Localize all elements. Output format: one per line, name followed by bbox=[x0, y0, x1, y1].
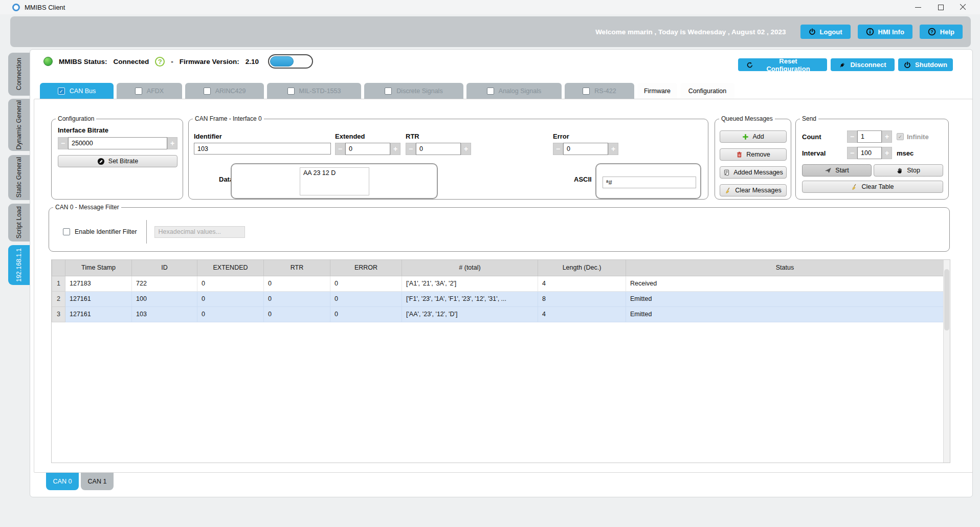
help-label: Help bbox=[940, 28, 954, 36]
tab-analog-signals[interactable]: Analog Signals bbox=[466, 83, 562, 99]
error-input[interactable] bbox=[563, 143, 608, 155]
error-increment-button[interactable]: + bbox=[608, 143, 618, 155]
tab-firmware[interactable]: Firmware bbox=[637, 83, 677, 99]
tab-configuration[interactable]: Configuration bbox=[680, 83, 734, 99]
table-row[interactable]: 2 127161 100 0 0 0 ['F1', '23', '1A', 'F… bbox=[52, 291, 944, 306]
extended-input[interactable] bbox=[345, 143, 390, 155]
power-icon bbox=[809, 28, 816, 35]
count-stepper: − + bbox=[847, 130, 892, 143]
col-status[interactable]: Status bbox=[626, 260, 944, 276]
extended-increment-button[interactable]: + bbox=[390, 143, 400, 155]
col-error[interactable]: ERROR bbox=[330, 260, 402, 276]
rtr-decrement-button[interactable]: − bbox=[406, 143, 416, 155]
tab-arinc429[interactable]: ARINC429 bbox=[185, 83, 264, 99]
firmware-value: 2.10 bbox=[246, 58, 259, 65]
connection-toggle[interactable] bbox=[268, 54, 313, 69]
bitrate-increment-button[interactable]: + bbox=[167, 137, 177, 149]
logout-label: Logout bbox=[820, 28, 842, 36]
sidebar-tab-connection[interactable]: Connection bbox=[8, 53, 30, 96]
rtr-input[interactable] bbox=[416, 143, 461, 155]
stop-button[interactable]: Stop bbox=[874, 164, 943, 177]
table-row[interactable]: 1 127183 722 0 0 0 ['A1', '21', '3A', '2… bbox=[52, 276, 944, 291]
can-bus-checkbox[interactable]: ✓ bbox=[58, 87, 65, 95]
send-group: Send Count − + ✓ Infinite Interval − + m… bbox=[795, 115, 949, 200]
table-row[interactable]: 3 127161 103 0 0 0 ['AA', '23', '12', 'D… bbox=[52, 306, 944, 322]
tab-can-1[interactable]: CAN 1 bbox=[81, 473, 114, 490]
col-total[interactable]: # (total) bbox=[402, 260, 538, 276]
rtr-increment-button[interactable]: + bbox=[461, 143, 471, 155]
interval-stepper: − + bbox=[847, 147, 892, 159]
clear-table-button[interactable]: Clear Table bbox=[802, 181, 943, 193]
bitrate-decrement-button[interactable]: − bbox=[58, 137, 68, 149]
broom-icon bbox=[725, 187, 731, 194]
interval-increment-button[interactable]: + bbox=[882, 147, 892, 159]
logout-button[interactable]: Logout bbox=[800, 25, 851, 39]
bitrate-input[interactable] bbox=[68, 137, 167, 149]
reset-configuration-button[interactable]: Reset Configuration bbox=[738, 58, 827, 71]
start-button[interactable]: Start bbox=[802, 164, 872, 177]
minimize-icon[interactable] bbox=[915, 4, 922, 11]
count-input[interactable] bbox=[857, 130, 882, 143]
rs-422-checkbox[interactable] bbox=[583, 87, 590, 95]
count-decrement-button[interactable]: − bbox=[847, 130, 857, 143]
table-scrollbar[interactable] bbox=[943, 260, 950, 463]
ascii-input[interactable] bbox=[603, 177, 696, 188]
count-label: Count bbox=[802, 133, 847, 141]
added-messages-button[interactable]: Added Messages bbox=[720, 166, 787, 179]
scrollbar-thumb[interactable] bbox=[944, 269, 949, 331]
status-help-icon[interactable]: ? bbox=[155, 57, 165, 67]
sidebar-tab-static-general[interactable]: Static General bbox=[8, 155, 30, 200]
data-textarea[interactable]: AA 23 12 D bbox=[300, 167, 369, 195]
discrete-signals-checkbox[interactable] bbox=[385, 87, 392, 95]
help-button[interactable]: ? Help bbox=[920, 25, 963, 39]
col-time-stamp[interactable]: Time Stamp bbox=[65, 260, 132, 276]
extended-decrement-button[interactable]: − bbox=[335, 143, 345, 155]
tab-discrete-signals[interactable]: Discrete Signals bbox=[364, 83, 463, 99]
col-rtr[interactable]: RTR bbox=[264, 260, 330, 276]
close-icon[interactable] bbox=[960, 4, 967, 11]
count-increment-button[interactable]: + bbox=[882, 130, 892, 143]
maximize-icon[interactable] bbox=[937, 4, 944, 11]
send-plane-icon bbox=[825, 167, 832, 174]
header-bar: Welcome mmarin , Today is Wednesday , Au… bbox=[10, 16, 971, 47]
tab-mil-std-1553[interactable]: MIL-STD-1553 bbox=[267, 83, 361, 99]
hmi-info-button[interactable]: HMI Info bbox=[858, 25, 912, 39]
interval-input[interactable] bbox=[857, 147, 882, 159]
messages-table: Time Stamp ID EXTENDED RTR ERROR # (tota… bbox=[51, 259, 950, 463]
sidebar-tab-script-load[interactable]: Script Load bbox=[8, 204, 30, 241]
disconnect-button[interactable]: Disconnect bbox=[831, 58, 895, 71]
data-box: AA 23 12 D bbox=[231, 163, 438, 199]
table-header-row: Time Stamp ID EXTENDED RTR ERROR # (tota… bbox=[52, 260, 944, 276]
hmi-info-label: HMI Info bbox=[878, 28, 904, 36]
identifier-filter-input[interactable] bbox=[154, 226, 245, 238]
set-bitrate-button[interactable]: Set Bitrate bbox=[58, 155, 177, 167]
infinite-checkbox[interactable]: ✓ bbox=[897, 133, 904, 140]
remove-button[interactable]: Remove bbox=[720, 148, 787, 161]
message-filter-legend: CAN 0 - Message Filter bbox=[53, 204, 121, 211]
mil-std-1553-checkbox[interactable] bbox=[287, 87, 295, 95]
afdx-checkbox[interactable] bbox=[135, 87, 142, 95]
sidebar-tab-dynamic-general[interactable]: Dynamic General bbox=[8, 99, 30, 151]
col-id[interactable]: ID bbox=[132, 260, 197, 276]
tab-can-0[interactable]: CAN 0 bbox=[46, 473, 79, 490]
col-length[interactable]: Length (Dec.) bbox=[538, 260, 626, 276]
status-label: MMIBS Status: bbox=[59, 58, 107, 65]
enable-identifier-filter-checkbox[interactable] bbox=[63, 228, 70, 235]
add-button[interactable]: Add bbox=[720, 130, 787, 143]
sidebar-tab-192-168-1-1[interactable]: 192.168.1.1 bbox=[8, 245, 30, 285]
tab-can-bus[interactable]: ✓ CAN Bus bbox=[40, 83, 114, 99]
analog-signals-checkbox[interactable] bbox=[487, 87, 494, 95]
interval-decrement-button[interactable]: − bbox=[847, 147, 857, 159]
tab-rs-422[interactable]: RS-422 bbox=[565, 83, 634, 99]
error-decrement-button[interactable]: − bbox=[553, 143, 563, 155]
shutdown-button[interactable]: Shutdown bbox=[898, 58, 953, 71]
can-frame-group: CAN Frame - Interface 0 Identifier Exten… bbox=[188, 115, 708, 200]
msec-label: msec bbox=[897, 149, 914, 157]
tab-afdx[interactable]: AFDX bbox=[117, 83, 182, 99]
shutdown-label: Shutdown bbox=[915, 61, 947, 69]
col-extended[interactable]: EXTENDED bbox=[197, 260, 264, 276]
identifier-input[interactable] bbox=[194, 143, 331, 155]
message-filter-group: CAN 0 - Message Filter Enable Identifier… bbox=[49, 204, 950, 252]
clear-messages-button[interactable]: Clear Messages bbox=[720, 184, 787, 196]
arinc429-checkbox[interactable] bbox=[204, 87, 211, 95]
